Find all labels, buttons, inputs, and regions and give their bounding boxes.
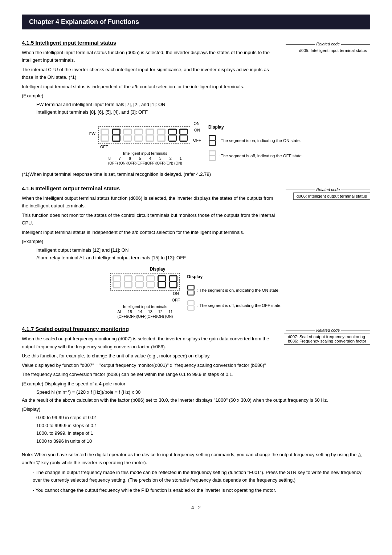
svg-rect-82 xyxy=(131,282,132,287)
svg-rect-67 xyxy=(209,156,210,160)
svg-rect-9 xyxy=(119,129,121,134)
svg-rect-41 xyxy=(158,141,165,142)
svg-rect-72 xyxy=(120,276,121,281)
example-label-415: (Example) xyxy=(22,92,276,100)
num-3: 3 xyxy=(155,156,166,161)
para4-417: The frequency scaling conversion factor … xyxy=(22,370,370,378)
seg-digit-2 xyxy=(167,128,177,142)
related-code-417: Related code d007: Scaled output frequen… xyxy=(284,326,370,345)
svg-rect-120 xyxy=(187,301,188,305)
svg-rect-74 xyxy=(113,282,114,287)
related-code-label-415: Related code xyxy=(316,42,340,46)
svg-rect-59 xyxy=(209,140,216,141)
num-7: 7 xyxy=(115,156,125,161)
svg-rect-100 xyxy=(165,276,166,281)
svg-rect-80 xyxy=(124,281,132,282)
svg-rect-122 xyxy=(188,305,194,306)
svg-rect-21 xyxy=(135,129,142,130)
on-label-top-415: ON xyxy=(193,121,200,126)
seg-11 xyxy=(168,275,178,289)
num-1: 1 xyxy=(176,156,186,161)
example-label-417: (Example) Displaying the speed of a 4-po… xyxy=(22,380,370,388)
section-416: 4.1.6 Intelligent output terminal status… xyxy=(22,185,370,319)
seg-digit-5 xyxy=(134,128,144,142)
svg-rect-32 xyxy=(146,135,147,141)
svg-rect-2 xyxy=(108,129,109,134)
svg-rect-45 xyxy=(169,134,176,135)
display-item-4: 1000 to 3996 in units of 10 xyxy=(36,437,370,445)
svg-rect-93 xyxy=(154,276,155,281)
off-legend-text-416: : The segment is off, indicating the OFF… xyxy=(197,303,281,308)
svg-rect-76 xyxy=(113,287,121,288)
section-417: 4.1.7 Scaled output frequency monitoring… xyxy=(22,326,370,494)
svg-rect-3 xyxy=(101,134,109,135)
svg-rect-35 xyxy=(158,129,165,130)
num-11: 11 xyxy=(166,309,176,314)
svg-rect-58 xyxy=(215,136,216,140)
num-al: AL xyxy=(115,309,125,314)
svg-rect-106 xyxy=(169,276,170,281)
seg-digit-6 xyxy=(122,128,132,142)
svg-rect-5 xyxy=(108,135,109,141)
related-code-label-416: Related code xyxy=(316,187,340,192)
svg-rect-123 xyxy=(187,306,188,310)
svg-rect-18 xyxy=(123,135,124,141)
section-417-body: Use this function, for example, to chang… xyxy=(22,352,370,445)
para3-417: Value displayed by function "d007" = "ou… xyxy=(22,361,370,369)
svg-rect-39 xyxy=(157,135,158,141)
svg-rect-51 xyxy=(187,129,188,134)
display-item-1: 0.00 to 99.99 in steps of 0.01 xyxy=(36,414,370,421)
svg-rect-62 xyxy=(209,145,216,146)
para2-415: The internal CPU of the inverter checks … xyxy=(22,66,276,81)
svg-rect-77 xyxy=(124,275,132,276)
on-indicator-416: ON xyxy=(172,291,180,296)
svg-rect-119 xyxy=(188,300,194,301)
svg-rect-53 xyxy=(179,135,180,141)
svg-rect-85 xyxy=(135,276,136,281)
svg-rect-81 xyxy=(124,282,125,287)
svg-rect-86 xyxy=(143,276,144,281)
svg-rect-46 xyxy=(168,135,169,141)
svg-rect-112 xyxy=(188,285,194,286)
svg-rect-104 xyxy=(158,287,166,288)
result-text-417: As the result of the above calculation w… xyxy=(22,396,370,404)
svg-rect-124 xyxy=(194,306,195,310)
terminal-label-416: Intelligent input terminals xyxy=(123,304,167,309)
para3-415: Intelligent input terminal status is ind… xyxy=(22,83,276,90)
related-code-value-415: d005: Intelligent input terminal status xyxy=(296,47,370,54)
on-legend-item-416: : The segment is on, indicating the ON s… xyxy=(187,284,281,296)
on-legend-text-416: : The segment is on, indicating the ON s… xyxy=(197,288,279,292)
svg-rect-95 xyxy=(146,282,147,287)
num-8: 8 xyxy=(105,156,115,161)
svg-rect-109 xyxy=(169,282,170,287)
para3-416: Intelligent input terminal status is ind… xyxy=(22,228,276,236)
svg-rect-114 xyxy=(194,285,195,289)
seg-digit-7 xyxy=(111,128,121,142)
svg-rect-64 xyxy=(209,151,210,155)
display-label-417: (Display) xyxy=(22,405,370,413)
svg-rect-87 xyxy=(136,281,143,282)
note-body: When you have selected the digital opera… xyxy=(22,452,362,465)
legend-416: Display : The segment is on, indicating … xyxy=(187,274,281,311)
display-item-3: 1000. to 9999. in steps of 1 xyxy=(36,429,370,437)
svg-rect-11 xyxy=(112,135,113,141)
diagram-415: ON FW xyxy=(22,121,370,165)
svg-rect-115 xyxy=(188,289,194,291)
section-415-paras: When the intelligent input terminal stat… xyxy=(22,49,276,116)
section-417-paras: When the scaled output frequency monitor… xyxy=(22,335,276,351)
note-label: Note: xyxy=(22,452,33,457)
svg-rect-103 xyxy=(165,282,166,287)
svg-rect-73 xyxy=(113,281,121,282)
svg-rect-7 xyxy=(113,129,120,130)
svg-rect-27 xyxy=(135,141,142,142)
svg-rect-36 xyxy=(157,129,158,134)
num-15: 15 xyxy=(125,309,135,314)
svg-rect-121 xyxy=(194,301,195,305)
svg-rect-1 xyxy=(101,129,102,134)
svg-rect-17 xyxy=(124,134,131,135)
svg-rect-70 xyxy=(113,275,121,276)
svg-rect-14 xyxy=(124,129,131,130)
svg-rect-111 xyxy=(170,287,177,288)
svg-rect-26 xyxy=(142,135,143,141)
section-415: 4.1.5 Intelligent input terminal status … xyxy=(22,40,370,178)
